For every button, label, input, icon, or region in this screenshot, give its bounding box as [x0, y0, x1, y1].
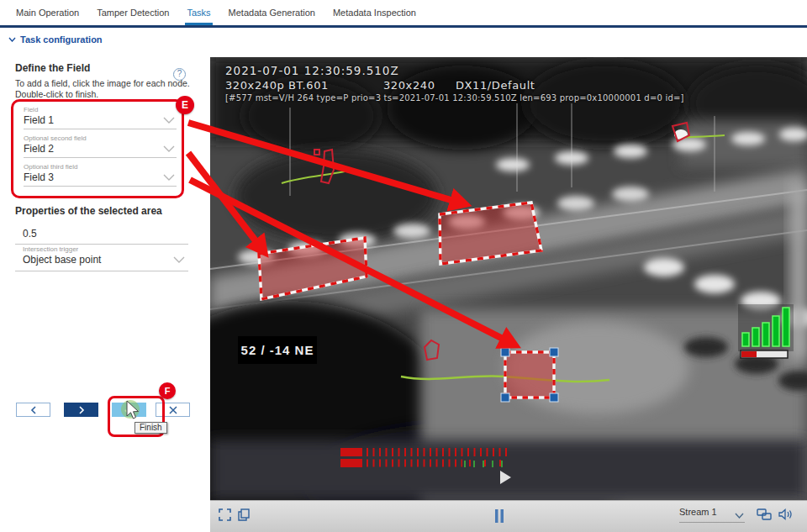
cancel-button[interactable]: [156, 403, 190, 417]
intersection-trigger-select[interactable]: Intersection trigger Object base point: [15, 245, 188, 271]
tab-tamper-detection[interactable]: Tamper Detection: [95, 0, 171, 25]
define-field-title: Define the Field: [15, 62, 90, 74]
field-chevron-icon: [163, 145, 175, 152]
tab-bar: Main Operation Tamper Detection Tasks Me…: [0, 0, 807, 25]
section-title: Task configuration: [20, 34, 103, 45]
osd-timestamp: 2021-07-01 12:30:59.510Z: [225, 64, 684, 77]
tab-metadata-inspection[interactable]: Metadata Inspection: [331, 0, 418, 25]
next-icon: [78, 406, 85, 414]
video-canvas[interactable]: 2021-07-01 12:30:59.510Z 320x240p BT.601…: [210, 57, 807, 500]
collapse-chevron-icon: [8, 37, 16, 42]
trigger-value: Object base point: [23, 254, 101, 266]
fields-highlight-box: Field Field 1 Optional second field Fiel…: [11, 99, 184, 198]
video-osd: 2021-07-01 12:30:59.510Z 320x240p BT.601…: [225, 64, 684, 103]
snapshot-icon[interactable]: [238, 508, 250, 521]
task-configuration-header[interactable]: Task configuration: [8, 34, 103, 45]
field-select-2[interactable]: Optional second field Field 2: [24, 134, 177, 158]
tab-main-operation[interactable]: Main Operation: [14, 0, 81, 25]
tab-tasks[interactable]: Tasks: [185, 0, 212, 25]
stream-select-value: Stream 1: [679, 507, 717, 517]
field-chevron-icon: [163, 117, 175, 124]
field-2-label: Optional second field: [24, 134, 177, 142]
finish-tooltip: Finish: [134, 422, 167, 434]
player-bar: Stream 1: [210, 500, 807, 532]
field-2-value: Field 2: [24, 143, 54, 155]
pause-button-icon[interactable]: [494, 508, 504, 524]
properties-title: Properties of the selected area: [15, 205, 162, 217]
annotation-f-badge: F: [159, 382, 176, 399]
field-1-value: Field 1: [24, 114, 54, 126]
osd-stream-info: 320x240p BT.601 320x240 DX11/Default: [225, 79, 684, 92]
annotation-e-badge: E: [176, 96, 194, 114]
pan-tilt-readout: 52 / -14 NE: [238, 336, 317, 364]
buffer-progress-bar: [741, 350, 788, 358]
video-scene: [210, 57, 807, 500]
previous-step-button[interactable]: [16, 403, 50, 417]
tab-metadata-generation[interactable]: Metadata Generation: [227, 0, 317, 25]
signal-strength-bars: [738, 304, 794, 351]
trigger-label: Intersection trigger: [23, 245, 187, 253]
fullscreen-icon[interactable]: [219, 508, 231, 521]
finish-check-icon: [124, 406, 134, 414]
osd-metadata-line: [#577 mst=V/H 264 type=P prio=3 ts=2021-…: [225, 93, 684, 103]
field-chevron-icon: [173, 256, 185, 263]
header-divider-bar: [0, 25, 807, 28]
field-3-value: Field 3: [24, 171, 54, 183]
volume-icon[interactable]: [778, 508, 793, 520]
app-window: Main Operation Tamper Detection Tasks Me…: [0, 0, 807, 532]
area-value-input[interactable]: 0.5: [15, 224, 188, 245]
detection-field-3-polygon-selected[interactable]: [501, 348, 558, 402]
cancel-x-icon: [169, 406, 177, 414]
next-step-button[interactable]: [64, 403, 98, 417]
field-1-label: Field: [24, 106, 177, 113]
stream-chevron-icon[interactable]: [735, 513, 744, 519]
field-chevron-icon: [163, 174, 175, 181]
field-3-label: Optional third field: [24, 163, 177, 171]
field-select-3[interactable]: Optional third field Field 3: [24, 163, 177, 187]
finish-button[interactable]: [112, 403, 146, 417]
define-field-help-text: To add a field, click the image for each…: [15, 78, 195, 100]
prev-icon: [30, 406, 37, 414]
area-value: 0.5: [23, 228, 37, 240]
field-select-1[interactable]: Field Field 1: [24, 106, 177, 129]
encoder-icon[interactable]: [757, 508, 772, 521]
